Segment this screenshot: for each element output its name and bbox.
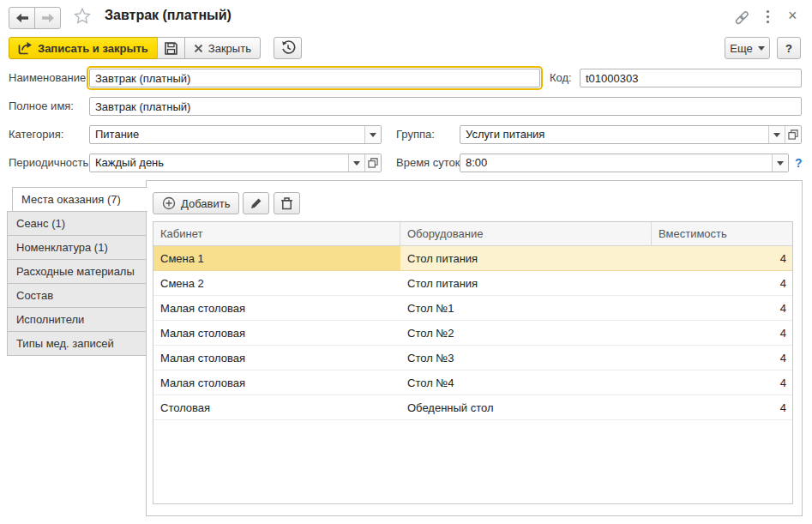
cell-cabinet[interactable]: Смена 1	[153, 246, 400, 270]
table-row[interactable]: Малая столоваяСтол №24	[153, 321, 792, 346]
open-in-window-icon	[788, 129, 798, 140]
help-button[interactable]: ?	[777, 37, 801, 59]
cell-equipment[interactable]: Стол питания	[400, 246, 652, 270]
add-row-button[interactable]: Добавить	[153, 192, 239, 214]
tab-2[interactable]: Номенклатура (1)	[7, 235, 147, 260]
cell-capacity[interactable]: 4	[652, 246, 792, 270]
full-name-label: Полное имя:	[9, 97, 74, 116]
back-button[interactable]	[9, 7, 35, 29]
table-row[interactable]: Малая столоваяСтол №34	[153, 346, 792, 370]
link-icon[interactable]	[734, 10, 750, 25]
history-icon	[280, 40, 296, 56]
cell-capacity[interactable]: 4	[652, 370, 792, 395]
cell-cabinet[interactable]: Малая столовая	[153, 321, 400, 345]
cell-equipment[interactable]: Обеденный стол	[400, 395, 652, 419]
name-input[interactable]	[89, 69, 540, 87]
history-button[interactable]	[274, 37, 302, 59]
tab-4[interactable]: Состав	[7, 283, 147, 308]
open-in-window-icon	[368, 158, 378, 168]
page-title: Завтрак (платный)	[105, 8, 232, 23]
periodicity-value: Каждый день	[90, 154, 348, 172]
table-header-row: Кабинет Оборудование Вместимость	[153, 222, 792, 246]
cell-equipment[interactable]: Стол №1	[400, 296, 652, 320]
category-combo[interactable]: Питание	[89, 125, 382, 144]
delete-row-button[interactable]	[274, 192, 300, 214]
time-of-day-label: Время суток:	[396, 154, 463, 172]
save-close-icon	[18, 41, 33, 55]
name-label: Наименование:	[9, 69, 89, 87]
group-dropdown-button[interactable]	[768, 126, 785, 143]
cell-cabinet[interactable]: Смена 2	[153, 271, 400, 295]
table-row[interactable]: Смена 1Стол питания4	[153, 246, 792, 271]
cell-equipment[interactable]: Стол №3	[400, 346, 652, 370]
command-bar-group: Записать и закрыть Закрыть	[9, 37, 261, 59]
chevron-down-icon	[353, 161, 360, 169]
cell-equipment[interactable]: Стол №2	[400, 321, 652, 345]
tab-6[interactable]: Типы мед. записей	[7, 331, 147, 356]
column-header-equipment[interactable]: Оборудование	[400, 222, 652, 245]
table-row[interactable]: Смена 2Стол питания4	[153, 271, 792, 296]
chevron-down-icon	[773, 133, 780, 141]
table-row[interactable]: Малая столоваяСтол №14	[153, 296, 792, 321]
help-button-label: ?	[785, 42, 792, 55]
save-and-close-label: Записать и закрыть	[38, 42, 148, 55]
category-label: Категория:	[9, 125, 63, 144]
time-help-link[interactable]: ?	[795, 154, 803, 172]
cell-capacity[interactable]: 4	[652, 321, 792, 345]
table-body: Смена 1Стол питания4Смена 2Стол питания4…	[153, 246, 792, 420]
save-and-close-button[interactable]: Записать и закрыть	[9, 37, 158, 59]
close-x-icon	[194, 44, 203, 53]
chevron-down-icon	[370, 133, 376, 141]
more-button[interactable]: Еще	[725, 37, 770, 59]
table-row[interactable]: СтоловаяОбеденный стол4	[153, 395, 792, 420]
trash-icon	[280, 196, 293, 210]
cell-cabinet[interactable]: Малая столовая	[153, 370, 400, 395]
time-of-day-combo[interactable]: 8:00	[460, 154, 789, 172]
arrow-left-icon	[15, 12, 29, 24]
periodicity-open-button[interactable]	[364, 154, 381, 172]
cell-cabinet[interactable]: Столовая	[153, 395, 400, 419]
group-value: Услуги питания	[460, 126, 768, 143]
group-combo[interactable]: Услуги питания	[460, 125, 802, 144]
tab-1[interactable]: Сеанс (1)	[7, 211, 147, 236]
full-name-input[interactable]	[89, 97, 802, 116]
close-button[interactable]: Закрыть	[184, 37, 261, 59]
category-dropdown-button[interactable]	[364, 126, 381, 143]
time-of-day-value: 8:00	[460, 154, 772, 172]
periodicity-combo[interactable]: Каждый день	[89, 154, 382, 172]
cell-equipment[interactable]: Стол питания	[400, 271, 652, 295]
cell-cabinet[interactable]: Малая столовая	[153, 346, 400, 370]
favorite-star-icon[interactable]	[74, 8, 91, 24]
time-dropdown-button[interactable]	[772, 154, 788, 172]
group-open-button[interactable]	[785, 126, 801, 143]
code-label: Код:	[550, 69, 572, 87]
table-row[interactable]: Малая столоваяСтол №44	[153, 370, 792, 395]
code-input[interactable]	[580, 69, 802, 87]
tab-5[interactable]: Исполнители	[7, 307, 147, 332]
close-window-icon[interactable]: ×	[788, 9, 797, 23]
edit-row-button[interactable]	[243, 192, 269, 214]
forward-button[interactable]	[34, 7, 61, 29]
column-header-capacity[interactable]: Вместимость	[652, 222, 792, 245]
cell-cabinet[interactable]: Малая столовая	[153, 296, 400, 320]
save-button[interactable]	[157, 37, 185, 59]
cell-capacity[interactable]: 4	[652, 296, 792, 320]
chevron-down-icon	[777, 161, 784, 169]
tab-0-active[interactable]: Места оказания (7)	[12, 187, 147, 212]
periodicity-label: Периодичность:	[9, 154, 92, 172]
cell-capacity[interactable]: 4	[652, 271, 792, 295]
column-header-cabinet[interactable]: Кабинет	[153, 222, 400, 245]
plus-circle-icon	[162, 196, 176, 210]
arrow-right-icon	[41, 12, 55, 24]
group-label: Группа:	[396, 125, 435, 144]
pencil-icon	[250, 196, 263, 210]
tab-3[interactable]: Расходные материалы	[7, 259, 147, 284]
more-dots-icon[interactable]	[766, 9, 770, 24]
periodicity-dropdown-button[interactable]	[348, 154, 364, 172]
cell-capacity[interactable]: 4	[652, 395, 792, 419]
cell-capacity[interactable]: 4	[652, 346, 792, 370]
more-button-label: Еще	[730, 42, 752, 55]
places-table[interactable]: Кабинет Оборудование Вместимость Смена 1…	[153, 221, 793, 504]
category-value: Питание	[90, 126, 364, 143]
cell-equipment[interactable]: Стол №4	[400, 370, 652, 395]
